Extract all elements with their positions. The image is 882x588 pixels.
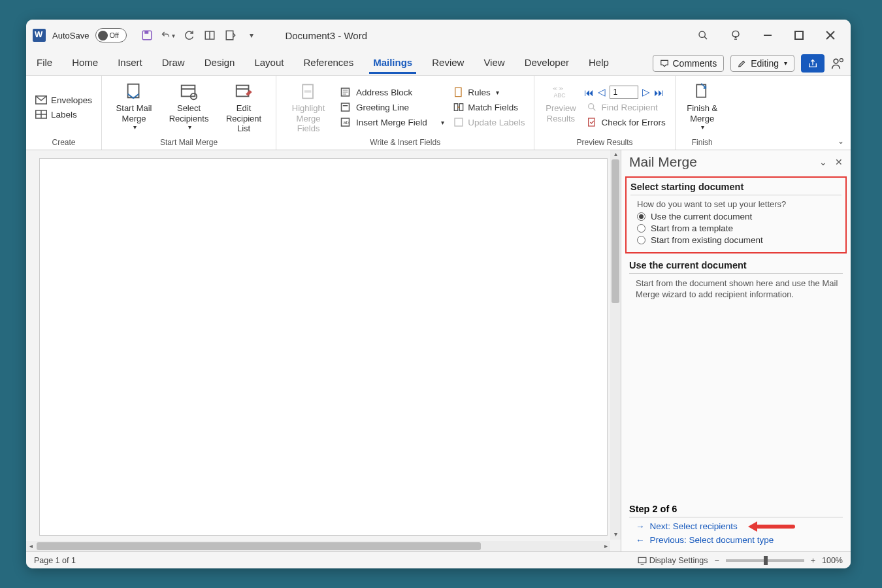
edit-recipient-list-button[interactable]: Edit Recipient List (218, 80, 269, 135)
redo-icon[interactable] (182, 28, 196, 42)
record-number-input[interactable] (610, 86, 638, 99)
radio-from-existing[interactable]: Start from existing document (637, 235, 841, 245)
check-errors-button[interactable]: Check for Errors (584, 116, 668, 129)
comments-button[interactable]: Comments (653, 55, 725, 72)
start-mail-merge-button[interactable]: Start Mail Merge▾ (108, 80, 159, 135)
editing-label: Editing (751, 58, 779, 69)
rules-label: Rules (468, 88, 491, 97)
tab-insert[interactable]: Insert (114, 53, 146, 74)
zoom-thumb[interactable] (764, 556, 768, 565)
pane-close-icon[interactable]: ✕ (835, 157, 843, 167)
scroll-up-icon[interactable]: ▴ (610, 150, 621, 159)
prev-record-icon[interactable]: ◁ (598, 86, 606, 98)
status-bar: Page 1 of 1 Display Settings − + 100% (26, 551, 851, 568)
zoom-slider[interactable] (726, 559, 804, 562)
ribbon: Envelopes Labels Create Start Mail Merge… (26, 76, 851, 150)
tab-help[interactable]: Help (585, 53, 613, 74)
ribbon-group-start: Start Mail Merge▾ Select Recipients▾ Edi… (102, 76, 276, 150)
check-errors-label: Check for Errors (601, 118, 665, 127)
next-record-icon[interactable]: ▷ (642, 86, 650, 98)
editing-mode-button[interactable]: Editing▾ (730, 55, 794, 72)
arrow-left-icon: ← (636, 535, 645, 545)
svg-text:ABC: ABC (554, 92, 566, 99)
tab-references[interactable]: References (299, 53, 357, 74)
display-settings-label: Display Settings (649, 556, 708, 565)
labels-button[interactable]: Labels (33, 108, 95, 121)
svg-line-41 (593, 108, 596, 111)
tab-file[interactable]: File (33, 53, 56, 74)
tab-home[interactable]: Home (68, 53, 102, 74)
qat-icon-1[interactable] (203, 28, 217, 42)
group-label-preview: Preview Results (541, 135, 668, 148)
word-app-icon (33, 29, 46, 42)
maximize-icon[interactable] (794, 31, 804, 40)
qat-more-icon[interactable]: ▾ (244, 28, 259, 42)
svg-rect-18 (182, 86, 195, 97)
insert-merge-field-button[interactable]: abInsert Merge Field ▾ (338, 116, 447, 129)
comments-label: Comments (673, 58, 717, 69)
share-button[interactable] (801, 54, 825, 73)
rules-button[interactable]: Rules▾ (451, 86, 527, 99)
tab-developer[interactable]: Developer (521, 53, 573, 74)
section-description: Start from the document shown here and u… (636, 278, 843, 301)
svg-point-12 (840, 58, 843, 61)
tab-design[interactable]: Design (201, 53, 239, 74)
tab-layout[interactable]: Layout (250, 53, 287, 74)
minimize-icon[interactable] (763, 31, 772, 40)
search-icon[interactable] (698, 30, 708, 41)
tab-view[interactable]: View (480, 53, 508, 74)
greeting-line-button[interactable]: Greeting Line (338, 101, 447, 114)
tab-draw[interactable]: Draw (158, 53, 189, 74)
last-record-icon[interactable]: ⏭ (654, 87, 664, 98)
vscroll-thumb[interactable] (612, 159, 619, 303)
group-label-finish: Finish (682, 135, 723, 148)
insert-merge-field-label: Insert Merge Field (356, 118, 427, 127)
next-label: Next: Select recipients (650, 521, 738, 531)
svg-text:≪ ≫: ≪ ≫ (553, 86, 563, 91)
save-icon[interactable] (140, 28, 154, 42)
address-block-button[interactable]: Address Block (338, 86, 447, 99)
start-mail-merge-label: Start Mail Merge (110, 103, 158, 123)
display-settings-button[interactable]: Display Settings (638, 556, 708, 565)
qat-icon-2[interactable] (223, 28, 238, 42)
scroll-down-icon[interactable]: ▾ (610, 531, 621, 540)
zoom-level[interactable]: 100% (822, 556, 843, 565)
previous-step-link[interactable]: ← Previous: Select document type (636, 535, 843, 545)
svg-rect-42 (589, 118, 595, 126)
pane-dropdown-icon[interactable]: ⌄ (819, 157, 827, 167)
finish-merge-button[interactable]: Finish & Merge▾ (682, 80, 723, 135)
hscroll-thumb[interactable] (37, 542, 481, 550)
lightbulb-icon[interactable] (730, 30, 741, 41)
vertical-scrollbar[interactable]: ▴ ▾ (610, 150, 621, 540)
scroll-right-icon[interactable]: ▸ (601, 541, 610, 551)
select-recipients-button[interactable]: Select Recipients▾ (163, 80, 214, 135)
match-fields-button[interactable]: Match Fields (451, 101, 527, 114)
annotation-arrow (748, 523, 795, 531)
tab-mailings[interactable]: Mailings (369, 53, 416, 74)
horizontal-scrollbar[interactable]: ◂ ▸ (26, 541, 610, 551)
pane-header: Mail Merge ⌄ ✕ (629, 154, 843, 170)
first-record-icon[interactable]: ⏮ (584, 87, 594, 98)
next-step-link[interactable]: → Next: Select recipients (636, 521, 843, 531)
collapse-ribbon-icon[interactable]: ⌄ (838, 137, 844, 146)
envelopes-button[interactable]: Envelopes (33, 94, 95, 106)
tab-review[interactable]: Review (428, 53, 468, 74)
content-area: ▴ ▾ ◂ ▸ Mail Merge ⌄ ✕ Select starting d… (26, 150, 851, 551)
zoom-in-button[interactable]: + (811, 556, 815, 565)
select-recipients-label: Select Recipients (165, 103, 213, 123)
radio-from-template[interactable]: Start from a template (637, 223, 841, 233)
scroll-left-icon[interactable]: ◂ (26, 541, 35, 551)
close-icon[interactable] (826, 31, 835, 40)
ribbon-group-preview: ≪ ≫ABCPreview Results ⏮ ◁ ▷ ⏭ Find Recip… (534, 76, 675, 150)
autosave-toggle[interactable]: Off (95, 28, 127, 42)
page-indicator[interactable]: Page 1 of 1 (34, 556, 76, 565)
address-block-label: Address Block (356, 88, 412, 97)
zoom-out-button[interactable]: − (714, 556, 719, 565)
undo-icon[interactable]: ▾ (161, 28, 175, 42)
account-icon[interactable] (831, 57, 844, 70)
document-page[interactable] (39, 158, 608, 536)
document-area: ▴ ▾ ◂ ▸ (26, 150, 621, 551)
radio-use-current[interactable]: Use the current document (637, 212, 841, 221)
radio-label-1: Use the current document (651, 212, 752, 221)
radio-icon (637, 212, 645, 221)
